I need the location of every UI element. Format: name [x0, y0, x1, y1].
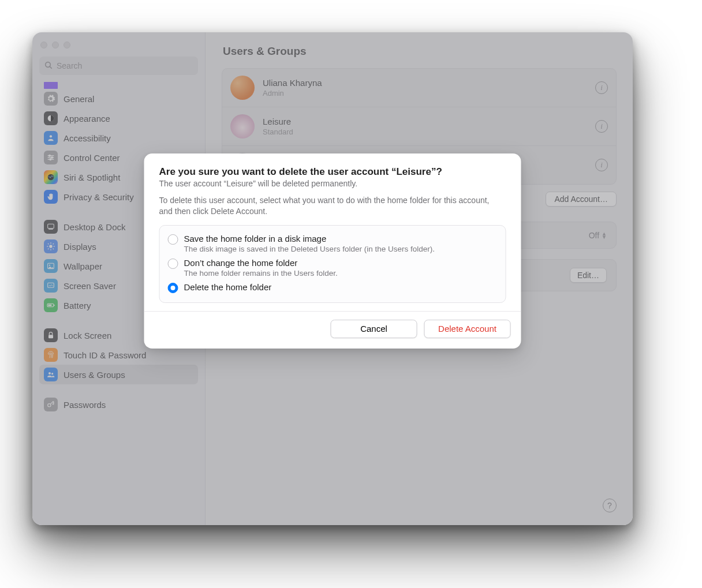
home-folder-options: Save the home folder in a disk imageThe …: [159, 225, 506, 303]
dialog-title: Are you sure you want to delete the user…: [159, 166, 506, 178]
cancel-button[interactable]: Cancel: [331, 320, 417, 338]
option-help: The home folder remains in the Users fol…: [184, 269, 338, 278]
dialog-description: To delete this user account, select what…: [159, 195, 494, 217]
system-settings-window: GeneralAppearanceAccessibilityControl Ce…: [32, 32, 633, 525]
delete-user-dialog: Are you sure you want to delete the user…: [144, 153, 521, 349]
option-help: The disk image is saved in the Deleted U…: [184, 245, 435, 253]
option-label: Delete the home folder: [184, 282, 272, 292]
home-folder-option[interactable]: Delete the home folder: [168, 280, 498, 295]
delete-account-button[interactable]: Delete Account: [424, 320, 511, 338]
option-label: Save the home folder in a disk image: [184, 234, 435, 244]
home-folder-option[interactable]: Don’t change the home folderThe home fol…: [168, 256, 498, 280]
radio-button[interactable]: [168, 283, 178, 293]
option-label: Don’t change the home folder: [184, 258, 338, 268]
dialog-subtitle: The user account “Leisure” will be delet…: [159, 179, 506, 188]
radio-button[interactable]: [168, 259, 178, 269]
radio-button[interactable]: [168, 234, 178, 245]
home-folder-option[interactable]: Save the home folder in a disk imageThe …: [168, 231, 498, 256]
